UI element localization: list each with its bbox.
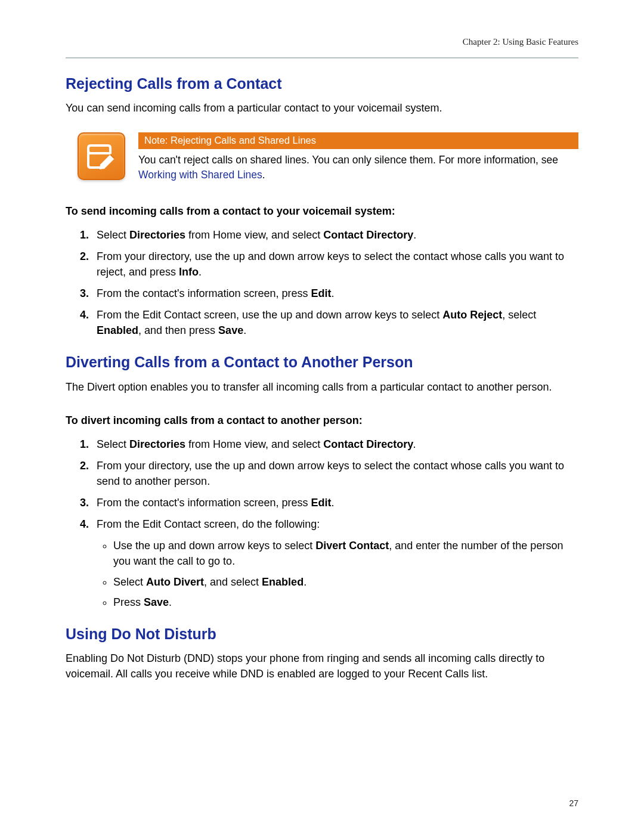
chapter-label: Chapter 2: Using Basic Features [463, 37, 578, 47]
steps-list-1: Select Directories from Home view, and s… [66, 227, 578, 339]
note-pencil-icon [78, 132, 125, 180]
heading-dnd: Using Do Not Disturb [66, 623, 578, 645]
section3-intro: Enabling Do Not Disturb (DND) stops your… [66, 651, 578, 682]
list-item: Press Save. [113, 594, 578, 610]
list-item: From your directory, use the up and down… [92, 458, 578, 489]
list-item: Select Auto Divert, and select Enabled. [113, 574, 578, 590]
list-item: From the Edit Contact screen, use the up… [92, 307, 578, 338]
section2-intro: The Divert option enables you to transfe… [66, 379, 578, 395]
sub-list: Use the up and down arrow keys to select… [97, 538, 578, 609]
list-item: From your directory, use the up and down… [92, 249, 578, 280]
list-item: From the contact's information screen, p… [92, 495, 578, 510]
list-item: From the contact's information screen, p… [92, 286, 578, 301]
list-item: Use the up and down arrow keys to select… [113, 538, 578, 569]
note-text-before: You can't reject calls on shared lines. … [138, 154, 558, 166]
section1-intro: You can send incoming calls from a parti… [66, 100, 578, 116]
list-item: From the Edit Contact screen, do the fol… [92, 516, 578, 609]
page-header: Chapter 2: Using Basic Features [66, 36, 578, 49]
task-title-1: To send incoming calls from a contact to… [66, 203, 578, 219]
note-title: Note: Rejecting Calls and Shared Lines [138, 132, 578, 149]
note-text-after: . [262, 169, 265, 181]
note-block: Note: Rejecting Calls and Shared Lines Y… [78, 132, 578, 183]
page-number: 27 [569, 797, 578, 809]
task-title-2: To divert incoming calls from a contact … [66, 413, 578, 428]
note-text: You can't reject calls on shared lines. … [138, 153, 578, 183]
note-link[interactable]: Working with Shared Lines [138, 169, 262, 181]
note-body: Note: Rejecting Calls and Shared Lines Y… [138, 132, 578, 183]
header-rule [66, 57, 578, 58]
list-item: Select Directories from Home view, and s… [92, 436, 578, 452]
heading-diverting-calls: Diverting Calls from a Contact to Anothe… [66, 351, 578, 373]
page-container: Chapter 2: Using Basic Features Rejectin… [0, 0, 644, 833]
heading-rejecting-calls: Rejecting Calls from a Contact [66, 73, 578, 94]
list-item: Select Directories from Home view, and s… [92, 227, 578, 243]
steps-list-2: Select Directories from Home view, and s… [66, 436, 578, 610]
